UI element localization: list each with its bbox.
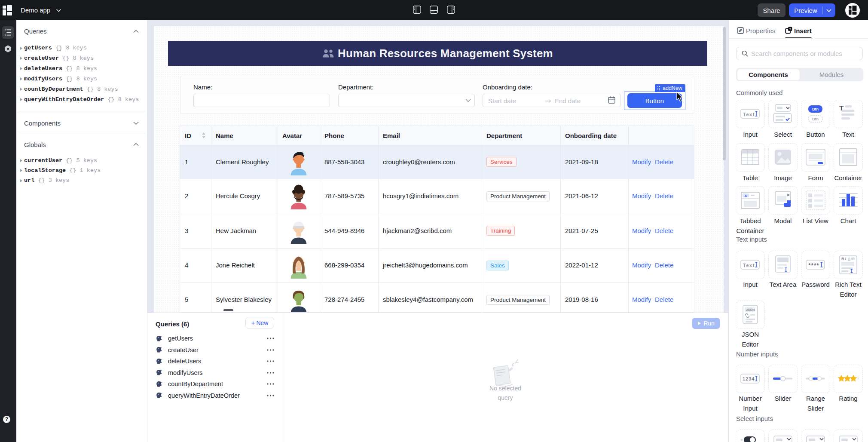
svg-text:JSON: JSON [746, 308, 755, 312]
svg-text:Btn: Btn [812, 117, 819, 121]
svg-text:A: A [848, 257, 850, 261]
svg-text:B: B [841, 257, 844, 261]
svg-text:Z: Z [515, 359, 518, 364]
svg-text:z: z [512, 362, 514, 366]
svg-text:****: **** [808, 262, 819, 269]
svg-text:Text: Text [743, 112, 755, 117]
svg-text:Btn: Btn [812, 107, 819, 111]
svg-text:1234: 1234 [743, 376, 755, 381]
svg-text:Text: Text [743, 263, 755, 268]
svg-text:99: 99 [851, 257, 855, 260]
svg-text:A: A [745, 194, 747, 198]
